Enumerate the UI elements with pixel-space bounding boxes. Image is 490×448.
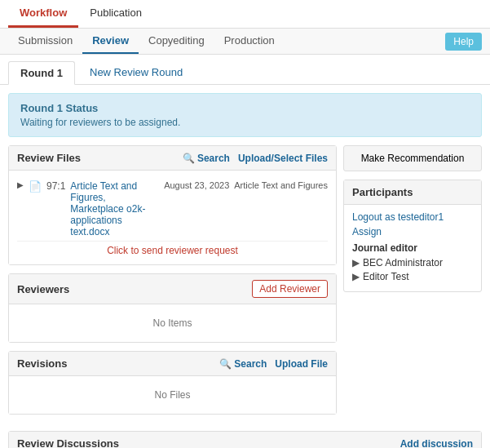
tab-review[interactable]: Review	[82, 29, 139, 54]
discussions-title: Review Discussions	[17, 437, 119, 448]
revisions-search-label: Search	[234, 358, 267, 370]
review-files-search-label: Search	[197, 153, 230, 164]
tab-round1[interactable]: Round 1	[8, 61, 75, 85]
reviewers-body: No Items	[9, 304, 336, 342]
journal-editor-1: ▶ BEC Administrator	[352, 257, 473, 268]
sub-tabs-bar: Submission Review Copyediting Production…	[0, 29, 490, 55]
bullet-icon-1: ▶	[352, 257, 360, 268]
review-files-header: Review Files 🔍 Search Upload/Select File…	[9, 146, 336, 171]
reviewers-title: Reviewers	[17, 283, 69, 295]
tab-new-review-round[interactable]: New Review Round	[78, 61, 194, 84]
discussions-header: Review Discussions Add discussion	[9, 432, 481, 448]
add-discussion-link[interactable]: Add discussion	[400, 438, 473, 449]
bullet-icon-2: ▶	[352, 271, 360, 282]
revisions-upload-link[interactable]: Upload File	[275, 358, 328, 370]
assign-link[interactable]: Assign	[352, 226, 473, 237]
revisions-header: Revisions 🔍 Search Upload File	[9, 352, 336, 376]
participants-header: Participants	[344, 180, 481, 205]
file-id: 97:1	[46, 180, 65, 192]
search-icon: 🔍	[183, 153, 195, 164]
reviewers-actions: Add Reviewer	[252, 280, 328, 298]
add-reviewer-button[interactable]: Add Reviewer	[252, 280, 328, 298]
discussions-section: Review Discussions Add discussion Name F…	[8, 431, 482, 448]
tab-copyediting[interactable]: Copyediting	[139, 29, 214, 54]
revisions-no-files: No Files	[17, 383, 328, 407]
make-recommendation-button[interactable]: Make Recommendation	[343, 145, 482, 171]
journal-editor-label: Journal editor	[352, 242, 473, 254]
file-name[interactable]: Article Text and Figures, Marketplace o2…	[70, 180, 159, 237]
status-box: Round 1 Status Waiting for reviewers to …	[8, 93, 482, 137]
journal-editor-name-2: Editor Test	[363, 271, 408, 282]
review-files-actions: 🔍 Search Upload/Select Files	[183, 153, 328, 164]
right-panel: Make Recommendation Participants Logout …	[343, 145, 482, 423]
status-message: Waiting for reviewers to be assigned.	[20, 117, 470, 128]
participants-box: Participants Logout as testeditor1 Assig…	[343, 180, 482, 292]
journal-editor-2: ▶ Editor Test	[352, 271, 473, 282]
click-to-send: Click to send reviewer request	[17, 242, 328, 258]
round-tabs: Round 1 New Review Round	[0, 55, 490, 85]
file-doc-icon: 📄	[29, 180, 42, 193]
revisions-actions: 🔍 Search Upload File	[219, 358, 328, 370]
review-files-section: Review Files 🔍 Search Upload/Select File…	[8, 145, 337, 265]
help-button[interactable]: Help	[445, 33, 482, 51]
left-panel: Review Files 🔍 Search Upload/Select File…	[8, 145, 337, 423]
file-type: Article Text and Figures	[234, 180, 328, 190]
tab-publication[interactable]: Publication	[78, 0, 153, 28]
revisions-body: No Files	[9, 376, 336, 414]
tab-production[interactable]: Production	[214, 29, 285, 54]
revisions-title: Revisions	[17, 357, 67, 370]
tab-workflow[interactable]: Workflow	[8, 0, 78, 28]
file-expand-icon[interactable]: ▶	[17, 180, 24, 189]
review-files-upload-link[interactable]: Upload/Select Files	[238, 153, 328, 164]
file-date: August 23, 2023	[164, 180, 229, 190]
journal-editor-name-1: BEC Administrator	[363, 257, 443, 268]
logout-link[interactable]: Logout as testeditor1	[352, 211, 473, 223]
reviewers-header: Reviewers Add Reviewer	[9, 274, 336, 304]
review-files-search-link[interactable]: 🔍 Search	[183, 153, 230, 164]
reviewers-no-items: No Items	[17, 311, 328, 335]
reviewers-section: Reviewers Add Reviewer No Items	[8, 273, 337, 343]
revisions-section: Revisions 🔍 Search Upload File No Files	[8, 351, 337, 415]
revisions-search-icon: 🔍	[219, 358, 232, 370]
top-tabs: Workflow Publication	[0, 0, 490, 29]
revisions-search-link[interactable]: 🔍 Search	[219, 358, 267, 370]
main-area: Review Files 🔍 Search Upload/Select File…	[0, 145, 490, 431]
file-row: ▶ 📄 97:1 Article Text and Figures, Marke…	[17, 177, 328, 242]
tab-submission[interactable]: Submission	[8, 29, 82, 54]
participants-body: Logout as testeditor1 Assign Journal edi…	[344, 205, 481, 291]
review-files-body: ▶ 📄 97:1 Article Text and Figures, Marke…	[9, 171, 336, 264]
status-title: Round 1 Status	[20, 102, 470, 114]
review-files-title: Review Files	[17, 152, 81, 164]
